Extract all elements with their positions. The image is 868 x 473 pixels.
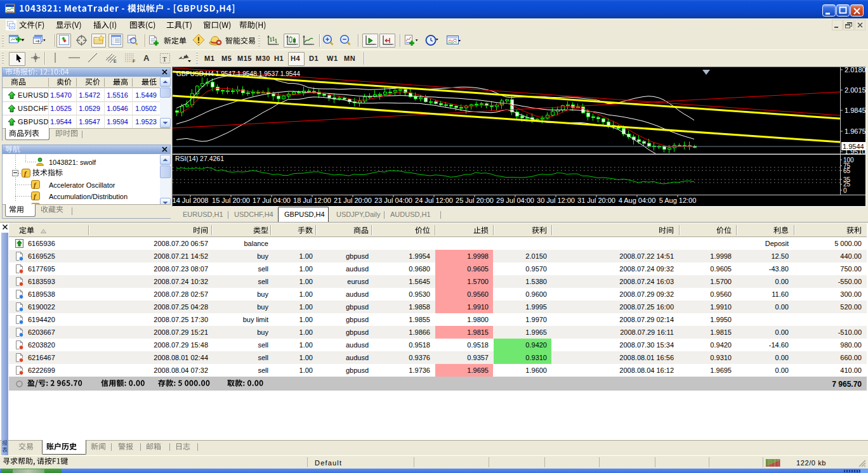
svg-text:24 Jul 12:00: 24 Jul 12:00 <box>415 197 453 204</box>
svg-text:0: 0 <box>843 187 847 194</box>
svg-text:2.0015: 2.0015 <box>845 86 865 94</box>
svg-text:T: T <box>162 55 167 63</box>
svg-text:1.9845: 1.9845 <box>845 107 865 114</box>
svg-text:4 Aug 04:00: 4 Aug 04:00 <box>619 197 656 204</box>
svg-text:18 Jul 12:00: 18 Jul 12:00 <box>293 197 331 204</box>
svg-text:65: 65 <box>843 167 851 174</box>
svg-text:5 Aug 12:00: 5 Aug 12:00 <box>659 197 697 204</box>
svg-text:31 Jul 20:00: 31 Jul 20:00 <box>577 197 615 204</box>
svg-text:21 Jul 20:00: 21 Jul 20:00 <box>334 197 372 204</box>
svg-text:14 Jul 2008: 14 Jul 2008 <box>173 197 208 204</box>
svg-text:1.9675: 1.9675 <box>845 127 865 135</box>
svg-text:RSI(14) 27.4261: RSI(14) 27.4261 <box>175 155 224 162</box>
svg-text:25 Jul 20:00: 25 Jul 20:00 <box>456 197 494 204</box>
svg-text:GBPUSD,H4 1.9547 1.9548 1.9537: GBPUSD,H4 1.9547 1.9548 1.9537 1.9544 <box>176 70 300 77</box>
svg-text:15 Jul 20:00: 15 Jul 20:00 <box>212 197 250 204</box>
svg-text:E: E <box>114 59 117 63</box>
svg-text:17 Jul 04:00: 17 Jul 04:00 <box>253 197 291 204</box>
svg-text:2.0180: 2.0180 <box>845 67 865 74</box>
svg-text:1.9544: 1.9544 <box>843 143 864 150</box>
svg-text:F: F <box>133 59 135 63</box>
svg-text:29 Jul 04:00: 29 Jul 04:00 <box>496 197 534 204</box>
svg-text:30 Jul 12:00: 30 Jul 12:00 <box>537 197 575 204</box>
svg-text:23 Jul 04:00: 23 Jul 04:00 <box>374 197 412 204</box>
